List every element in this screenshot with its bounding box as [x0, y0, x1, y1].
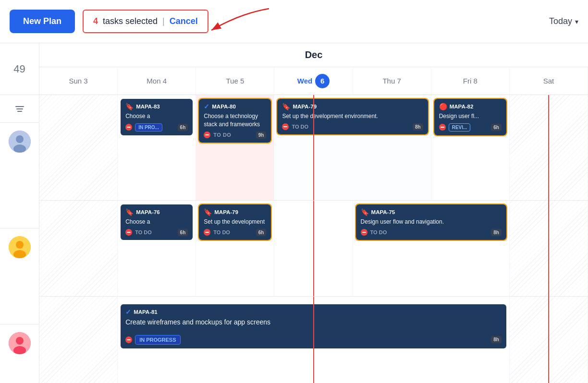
bookmark-icon-mapa79-r2: 🔖 [204, 208, 212, 216]
chevron-down-icon: ▾ [575, 18, 578, 25]
calendar-row-2: 🔖 MAPA-76 Choose a TO DO 6h [39, 201, 588, 297]
day-headers: Sun 3 Mon 4 Tue 5 Wed 6 Thu 7 Fri 8 Sat [39, 67, 588, 95]
day-header-fri: Fri 8 [431, 67, 510, 95]
header: New Plan 4 tasks selected | Cancel Today… [0, 0, 588, 43]
task-footer-mapa81: IN PROGRESS 8h [125, 335, 502, 345]
avatars-column: 49 [0, 43, 39, 383]
filter-line-1 [15, 106, 24, 107]
task-id-row-mapa79-r1: 🔖 MAPA-79 [282, 103, 423, 110]
status-badge-mapa80: TO DO [213, 132, 231, 138]
cell-r2-sun [39, 201, 118, 296]
bookmark-icon: 🔖 [125, 103, 134, 110]
today-button[interactable]: Today ▾ [549, 16, 578, 26]
task-card-mapa76[interactable]: 🔖 MAPA-76 Choose a TO DO 6h [121, 204, 193, 240]
task-id-mapa79-r1: MAPA-79 [293, 104, 317, 109]
task-title-mapa81: Create wireframes and mockups for app sc… [125, 318, 502, 327]
svg-point-5 [16, 241, 24, 249]
status-badge-mapa79-r2: TO DO [213, 229, 230, 235]
month-header: Dec [39, 43, 588, 67]
status-badge-mapa75: TO DO [370, 229, 387, 235]
status-icon-mapa81 [125, 336, 132, 343]
tasks-selected-box: 4 tasks selected | Cancel [83, 10, 208, 33]
task-id-row-mapa81: ✓ MAPA-81 [125, 308, 502, 316]
day-header-sun: Sun 3 [39, 67, 118, 95]
avatar-cell-3 [0, 324, 39, 383]
status-icon-mapa75 [361, 229, 368, 236]
grid-area: Dec Sun 3 Mon 4 Tue 5 Wed 6 Thu 7 Fri 8 … [39, 43, 588, 383]
task-footer-mapa82: REVI... 6h [439, 123, 502, 132]
calendar-row-1: 🔖 MAPA-83 Choose a IN PRO... 6h [39, 95, 588, 201]
task-id-row-mapa79-r2: 🔖 MAPA-79 [204, 208, 266, 216]
task-id-mapa80: MAPA-80 [212, 104, 236, 109]
cancel-link[interactable]: Cancel [170, 16, 198, 26]
task-footer-mapa83: IN PRO... 6h [125, 123, 188, 132]
task-card-mapa80[interactable]: ✓ MAPA-80 Choose a technology stack and … [199, 99, 271, 143]
avatar-svg-3 [9, 332, 31, 354]
time-badge-mapa75: 8h [491, 229, 502, 236]
bookmark-icon-mapa79: 🔖 [282, 103, 290, 110]
check-icon-mapa81: ✓ [125, 308, 131, 316]
svg-point-8 [16, 337, 24, 345]
task-id-row-mapa80: ✓ MAPA-80 [204, 103, 266, 110]
dot-icon-mapa82: 🔴 [439, 103, 447, 110]
filter-icon[interactable] [15, 106, 24, 112]
cell-r2-thu: 🔖 MAPA-75 Design user flow and navigatio… [353, 201, 510, 296]
status-icon-mapa79-r2 [204, 229, 210, 236]
cell-r1-tue: ✓ MAPA-80 Choose a technology stack and … [196, 95, 274, 200]
task-card-mapa81[interactable]: ✓ MAPA-81 Create wireframes and mockups … [121, 304, 506, 348]
task-title-mapa79-r1: Set up the development environment. [282, 112, 423, 120]
cell-r3-sat [510, 297, 588, 383]
cell-r3-mon-fri: ✓ MAPA-81 Create wireframes and mockups … [118, 297, 510, 383]
bookmark-icon-mapa76: 🔖 [125, 208, 134, 216]
avatar-3[interactable] [9, 332, 31, 354]
task-card-mapa79-r2[interactable]: 🔖 MAPA-79 Set up the development TO DO 6… [199, 204, 271, 240]
time-badge-mapa79-r1: 8h [413, 123, 423, 131]
task-id-row-mapa83: 🔖 MAPA-83 [125, 103, 188, 110]
status-icon-mapa79-r1 [282, 123, 289, 130]
time-badge-mapa83: 6h [178, 124, 188, 131]
time-badge-mapa82: 6h [491, 124, 502, 131]
status-icon-mapa82 [439, 124, 446, 131]
task-card-mapa79-r1[interactable]: 🔖 MAPA-79 Set up the development environ… [277, 99, 428, 134]
day-header-thu: Thu 7 [353, 67, 431, 95]
avatar-svg-1 [9, 131, 31, 153]
task-title-mapa75: Design user flow and navigation. [361, 218, 502, 226]
task-card-mapa75[interactable]: 🔖 MAPA-75 Design user flow and navigatio… [356, 204, 506, 240]
cell-r2-sat [510, 201, 588, 296]
task-id-row-mapa82: 🔴 MAPA-82 [439, 103, 502, 110]
status-icon-mapa76 [125, 229, 132, 236]
cell-r1-mon: 🔖 MAPA-83 Choose a IN PRO... 6h [118, 95, 196, 200]
cell-r1-sat [510, 95, 588, 200]
filter-line-2 [16, 108, 23, 109]
tasks-selected-label: tasks selected [103, 16, 158, 26]
task-card-mapa83[interactable]: 🔖 MAPA-83 Choose a IN PRO... 6h [121, 99, 193, 135]
status-icon-mapa80 [204, 132, 210, 138]
avatar-1[interactable] [9, 131, 31, 153]
calendar: 49 [0, 43, 588, 383]
cell-r3-sun [39, 297, 118, 383]
calendar-row-3: ✓ MAPA-81 Create wireframes and mockups … [39, 297, 588, 383]
bookmark-icon-mapa75: 🔖 [361, 208, 369, 216]
time-badge-mapa79-r2: 6h [256, 229, 267, 236]
new-plan-button[interactable]: New Plan [10, 10, 75, 33]
task-id-mapa81: MAPA-81 [134, 309, 158, 315]
month-label: Dec [305, 49, 323, 60]
task-id-mapa79-r2: MAPA-79 [214, 209, 238, 215]
status-badge-mapa83: IN PRO... [135, 123, 162, 132]
avatar-2[interactable] [9, 236, 31, 258]
today-badge: 6 [315, 74, 330, 88]
today-label: Today [549, 16, 572, 26]
task-title-mapa80: Choose a technology stack and frameworks [204, 112, 266, 129]
tasks-count: 4 [93, 16, 98, 26]
filter-icon-cell[interactable] [0, 95, 39, 123]
task-card-mapa82[interactable]: 🔴 MAPA-82 Design user fl... REVI... 6h [434, 99, 506, 135]
cell-r2-wed [274, 201, 353, 296]
day-header-sat: Sat [510, 67, 588, 95]
status-badge-mapa76: TO DO [135, 229, 152, 235]
task-id-mapa76: MAPA-76 [136, 209, 160, 215]
task-id-row-mapa75: 🔖 MAPA-75 [361, 208, 502, 216]
time-badge-mapa76: 6h [178, 229, 188, 236]
avatar-cell-1 [0, 123, 39, 228]
grid-wrapper: 🔖 MAPA-83 Choose a IN PRO... 6h [39, 95, 588, 383]
task-title-mapa83: Choose a [125, 112, 188, 120]
